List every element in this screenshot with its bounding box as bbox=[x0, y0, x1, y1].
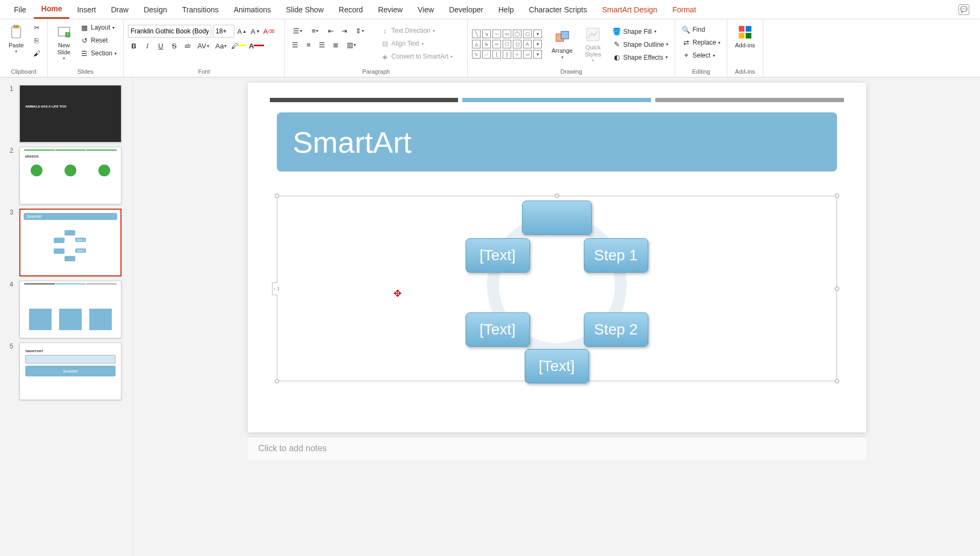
arrange-button[interactable]: Arrange ▾ bbox=[548, 27, 576, 61]
underline-button[interactable]: U bbox=[155, 40, 167, 52]
tab-view[interactable]: View bbox=[410, 1, 441, 18]
comments-button[interactable]: 💬 bbox=[958, 4, 969, 15]
tab-slideshow[interactable]: Slide Show bbox=[278, 1, 331, 18]
shape-oval[interactable]: ◯ bbox=[513, 30, 521, 38]
tab-design[interactable]: Design bbox=[136, 1, 175, 18]
slide-panel[interactable]: 1 ANIMALS HAS A LIFE TOO 2 BREEDS 3 Smar… bbox=[0, 77, 133, 556]
smartart-container[interactable]: ‹ Step 1 Step 2 [Text] [Text] [Text] ✥ bbox=[277, 196, 837, 381]
shape-brace-l[interactable]: { bbox=[492, 50, 501, 59]
cut-button[interactable]: ✂ bbox=[30, 22, 43, 33]
line-spacing-button[interactable]: ⇕▾ bbox=[352, 25, 368, 37]
shape-more-2[interactable]: ▾ bbox=[533, 40, 542, 48]
char-spacing-button[interactable]: AV▾ bbox=[195, 40, 211, 52]
align-left-button[interactable]: ☰ bbox=[289, 39, 301, 51]
notes-pane[interactable]: Click to add notes bbox=[248, 437, 866, 460]
shape-brace-r[interactable]: } bbox=[503, 50, 511, 59]
copy-button[interactable]: ⎘ bbox=[30, 34, 43, 46]
font-size-combo[interactable] bbox=[213, 25, 234, 38]
tab-character-scripts[interactable]: Character Scripts bbox=[521, 1, 595, 18]
decrease-indent-button[interactable]: ⇤ bbox=[325, 25, 337, 37]
paste-button[interactable]: Paste ▾ bbox=[4, 22, 28, 56]
smartart-node-tl[interactable]: [Text] bbox=[466, 238, 530, 273]
font-name-combo[interactable] bbox=[128, 25, 211, 38]
shape-fill-button[interactable]: 🪣Shape Fill ▾ bbox=[610, 26, 670, 38]
shape-line-2[interactable]: ─ bbox=[492, 30, 501, 38]
highlight-button[interactable]: 🖊 bbox=[231, 40, 247, 52]
shape-curve[interactable]: ∿ bbox=[472, 50, 481, 59]
smartart-node-br[interactable]: Step 2 bbox=[584, 312, 648, 347]
selection-handle-tc[interactable] bbox=[555, 194, 559, 198]
smartart-node-bl[interactable]: [Text] bbox=[466, 312, 530, 347]
columns-button[interactable]: ▥▾ bbox=[343, 39, 359, 51]
selection-handle-tl[interactable] bbox=[275, 194, 279, 198]
slide-thumb-1[interactable]: 1 ANIMALS HAS A LIFE TOO bbox=[0, 83, 133, 145]
quick-styles-button[interactable]: Quick Styles ▾ bbox=[581, 24, 605, 65]
selection-handle-mr[interactable] bbox=[835, 287, 839, 291]
shape-line-arrow[interactable]: ↘ bbox=[482, 30, 491, 38]
text-pane-toggle[interactable]: ‹ bbox=[272, 282, 277, 295]
slide-thumb-3[interactable]: 3 SmartArt Step 1 Step 2 bbox=[0, 206, 133, 279]
slide-canvas[interactable]: SmartArt ‹ Step 1 Step 2 [Text] [Text] [… bbox=[248, 83, 866, 432]
new-slide-button[interactable]: + New Slide ▾ bbox=[52, 22, 76, 63]
bullets-button[interactable]: ☰▾ bbox=[289, 25, 305, 37]
shape-callout[interactable]: ◻ bbox=[513, 40, 521, 48]
tab-developer[interactable]: Developer bbox=[441, 1, 491, 18]
slide-editor[interactable]: SmartArt ‹ Step 1 Step 2 [Text] [Text] [… bbox=[133, 77, 980, 556]
shape-action[interactable]: ▱ bbox=[523, 50, 532, 59]
shape-outline-button[interactable]: ✎Shape Outline ▾ bbox=[610, 39, 670, 51]
justify-button[interactable]: ≣ bbox=[330, 39, 341, 51]
slide-thumb-4[interactable]: 4 bbox=[0, 279, 133, 340]
layout-button[interactable]: ▦Layout ▾ bbox=[78, 22, 119, 33]
shape-more-1[interactable]: ▾ bbox=[533, 30, 542, 38]
selection-handle-bl[interactable] bbox=[275, 379, 279, 383]
align-right-button[interactable]: ☰ bbox=[316, 39, 328, 51]
shape-star[interactable]: ☆ bbox=[513, 50, 521, 59]
numbering-button[interactable]: ≡▾ bbox=[307, 25, 323, 37]
tab-draw[interactable]: Draw bbox=[103, 1, 136, 18]
align-center-button[interactable]: ≡ bbox=[303, 39, 314, 51]
tab-format[interactable]: Format bbox=[665, 1, 704, 18]
addins-button[interactable]: Add-ins bbox=[732, 22, 758, 51]
shape-arrow-r[interactable]: ⇨ bbox=[492, 40, 501, 48]
shapes-gallery[interactable]: ╲ ↘ ─ ▭ ◯ ▢ ▾ △ ↳ ⇨ ⬡ ◻ A ▾ ∿ ⟋ { } ☆ ▱ bbox=[472, 30, 543, 60]
clear-formatting-button[interactable]: A⌫ bbox=[263, 25, 275, 37]
shape-freeform[interactable]: ⟋ bbox=[482, 50, 491, 59]
tab-review[interactable]: Review bbox=[370, 1, 410, 18]
tab-insert[interactable]: Insert bbox=[69, 1, 103, 18]
shape-text[interactable]: A bbox=[523, 40, 532, 48]
shape-more-3[interactable]: ▾ bbox=[533, 50, 542, 59]
increase-font-button[interactable]: A▲ bbox=[236, 25, 248, 37]
font-color-button[interactable]: A bbox=[248, 40, 264, 52]
tab-home[interactable]: Home bbox=[34, 0, 70, 19]
bold-button[interactable]: B bbox=[128, 40, 140, 52]
tab-file[interactable]: File bbox=[6, 1, 34, 18]
replace-button[interactable]: ⇄Replace ▾ bbox=[679, 37, 723, 48]
select-button[interactable]: ⌖Select ▾ bbox=[679, 49, 723, 61]
italic-button[interactable]: I bbox=[141, 40, 153, 52]
shape-rect[interactable]: ▭ bbox=[503, 30, 511, 38]
smartart-node-tr[interactable]: Step 1 bbox=[584, 238, 648, 273]
section-button[interactable]: ☰Section ▾ bbox=[78, 47, 119, 59]
tab-transitions[interactable]: Transitions bbox=[175, 1, 226, 18]
reset-button[interactable]: ↺Reset bbox=[78, 34, 119, 46]
slide-thumb-2[interactable]: 2 BREEDS bbox=[0, 145, 133, 206]
tab-animations[interactable]: Animations bbox=[226, 1, 278, 18]
slide-thumb-5[interactable]: 5 SMARTART SmartArt bbox=[0, 340, 133, 402]
shape-connector[interactable]: ↳ bbox=[482, 40, 491, 48]
shape-effects-button[interactable]: ◐Shape Effects ▾ bbox=[610, 52, 670, 63]
strikethrough-button[interactable]: S bbox=[168, 40, 180, 52]
selection-handle-tr[interactable] bbox=[835, 194, 839, 198]
tab-record[interactable]: Record bbox=[331, 1, 370, 18]
smartart-node-bot[interactable]: [Text] bbox=[525, 349, 589, 383]
slide-title[interactable]: SmartArt bbox=[277, 112, 837, 172]
change-case-button[interactable]: Aa▾ bbox=[213, 40, 229, 52]
format-painter-button[interactable]: 🖌 bbox=[30, 47, 43, 59]
increase-indent-button[interactable]: ⇥ bbox=[338, 25, 350, 37]
selection-handle-br[interactable] bbox=[835, 379, 839, 383]
tab-help[interactable]: Help bbox=[491, 1, 521, 18]
decrease-font-button[interactable]: A▼ bbox=[249, 25, 261, 37]
smartart-node-top[interactable] bbox=[522, 201, 592, 235]
find-button[interactable]: 🔍Find bbox=[679, 24, 723, 35]
shape-roundrect[interactable]: ▢ bbox=[523, 30, 532, 38]
shadow-button[interactable]: ab bbox=[182, 40, 194, 52]
